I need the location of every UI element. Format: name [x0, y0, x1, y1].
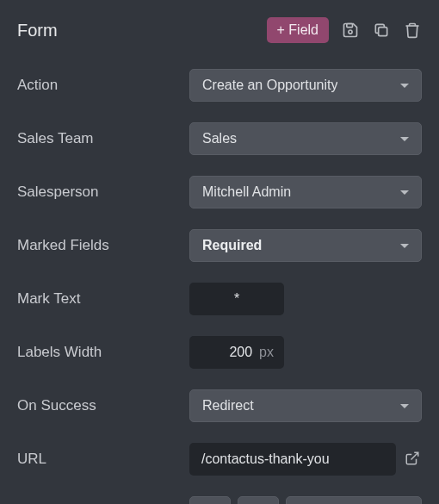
external-link-icon[interactable]	[405, 451, 422, 468]
label-url: URL	[17, 451, 189, 468]
select-salesperson[interactable]: Mitchell Admin	[189, 176, 422, 208]
chevron-down-icon	[400, 84, 409, 88]
chevron-down-icon	[400, 190, 409, 195]
select-sales-team[interactable]: Sales	[189, 122, 422, 155]
copy-icon[interactable]	[372, 21, 391, 40]
form-settings-panel: Form + Field	[0, 0, 439, 504]
row-visibility: Visibility	[17, 486, 422, 504]
label-on-success: On Success	[17, 397, 189, 414]
add-field-button[interactable]: + Field	[267, 17, 329, 43]
row-sales-team: Sales Team Sales	[17, 112, 422, 165]
select-on-success-value: Redirect	[202, 398, 254, 414]
row-mark-text: Mark Text	[17, 272, 422, 326]
row-labels-width: Labels Width 200 px	[17, 326, 422, 379]
input-labels-width-value: 200	[218, 345, 252, 360]
save-icon[interactable]	[341, 21, 360, 40]
trash-icon[interactable]	[403, 21, 422, 40]
select-visibility-condition[interactable]: No condit…	[286, 496, 422, 504]
input-labels-width-unit: px	[259, 345, 274, 360]
select-action[interactable]: Create an Opportunity	[189, 69, 422, 102]
panel-header: Form + Field	[17, 0, 422, 59]
svg-line-3	[411, 452, 418, 459]
select-marked-fields-value: Required	[202, 238, 262, 253]
label-mark-text: Mark Text	[17, 290, 189, 308]
select-action-value: Create an Opportunity	[202, 78, 337, 93]
label-sales-team: Sales Team	[17, 130, 189, 147]
row-url: URL	[17, 432, 422, 486]
input-mark-text[interactable]	[189, 283, 284, 315]
toggle-mobile-hidden[interactable]	[238, 496, 279, 504]
row-salesperson: Salesperson Mitchell Admin	[17, 165, 422, 219]
chevron-down-icon	[400, 137, 409, 141]
header-action-group: + Field	[267, 17, 422, 43]
svg-rect-0	[347, 24, 353, 28]
label-action: Action	[17, 77, 189, 94]
toggle-desktop-hidden[interactable]	[189, 496, 231, 504]
chevron-down-icon	[400, 404, 409, 408]
row-marked-fields: Marked Fields Required	[17, 219, 422, 272]
svg-point-1	[349, 30, 352, 34]
chevron-down-icon	[400, 244, 409, 248]
label-salesperson: Salesperson	[17, 184, 189, 201]
row-on-success: On Success Redirect	[17, 379, 422, 432]
add-field-button-label: + Field	[277, 22, 318, 38]
input-labels-width[interactable]: 200 px	[189, 336, 284, 369]
select-sales-team-value: Sales	[202, 131, 237, 146]
input-url[interactable]	[189, 443, 396, 476]
label-labels-width: Labels Width	[17, 344, 189, 361]
select-marked-fields[interactable]: Required	[189, 229, 422, 262]
select-on-success[interactable]: Redirect	[189, 389, 422, 422]
select-salesperson-value: Mitchell Admin	[202, 184, 291, 200]
svg-rect-2	[379, 28, 387, 36]
label-marked-fields: Marked Fields	[17, 237, 189, 254]
row-action: Action Create an Opportunity	[17, 59, 422, 112]
panel-title: Form	[17, 21, 58, 40]
